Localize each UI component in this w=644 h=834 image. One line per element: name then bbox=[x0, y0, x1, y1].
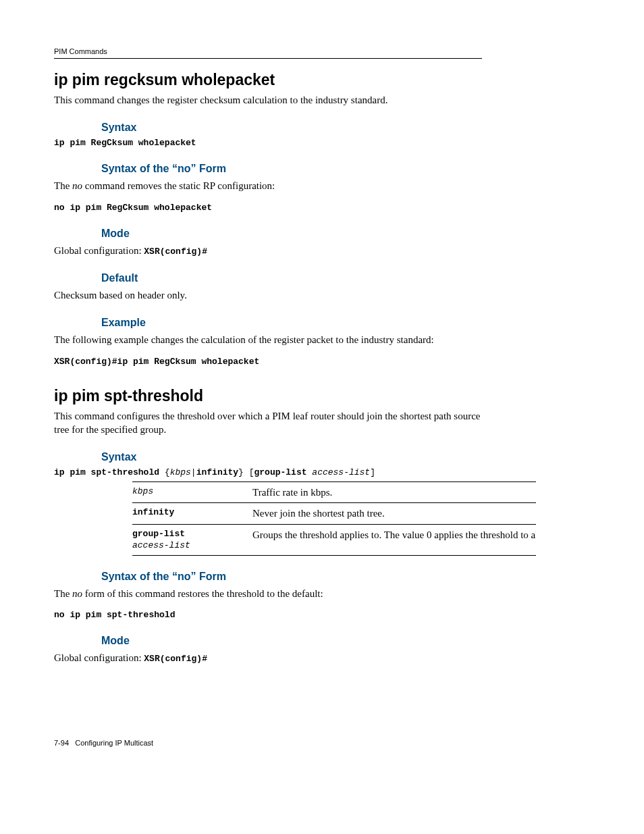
command-intro: This command changes the register checks… bbox=[54, 93, 482, 107]
mode-text: Global configuration: XSR(config)# bbox=[54, 651, 482, 665]
syntax-part: group-list bbox=[254, 467, 313, 477]
table-row: group-list access-list Groups the thresh… bbox=[132, 524, 536, 555]
section-example: Example bbox=[101, 317, 482, 329]
syntax-code: ip pim RegCksum wholepacket bbox=[54, 138, 482, 148]
section-default: Default bbox=[101, 272, 482, 284]
syntax-arg: access-list bbox=[312, 467, 370, 477]
param-key: access-list bbox=[132, 540, 190, 550]
pipe: | bbox=[191, 467, 196, 477]
example-code: XSR(config)#ip pim RegCksum wholepacket bbox=[54, 357, 482, 367]
command-title-spt: ip pim spt-threshold bbox=[54, 387, 482, 405]
syntax-part: infinity bbox=[196, 467, 238, 477]
param-desc: Never join the shortest path tree. bbox=[252, 503, 536, 524]
mode-text: Global configuration: XSR(config)# bbox=[54, 244, 482, 258]
param-desc: Groups the threshold applies to. The val… bbox=[252, 524, 536, 555]
text: Global configuration: bbox=[54, 245, 144, 256]
no-keyword: no bbox=[72, 180, 82, 191]
no-form-text: The no command removes the static RP con… bbox=[54, 179, 482, 192]
mode-prompt: XSR(config)# bbox=[144, 654, 207, 664]
command-title-regcksum: ip pim regcksum wholepacket bbox=[54, 71, 482, 89]
syntax-part: ip pim spt-threshold bbox=[54, 467, 165, 477]
running-header: PIM Commands bbox=[54, 47, 482, 59]
default-text: Checksum based on header only. bbox=[54, 288, 482, 302]
no-form-code: no ip pim spt-threshold bbox=[54, 610, 482, 620]
text: The bbox=[54, 180, 72, 191]
section-mode: Mode bbox=[101, 228, 482, 240]
text: The bbox=[54, 588, 72, 599]
example-text: The following example changes the calcul… bbox=[54, 333, 482, 346]
page-number: 7-94 bbox=[54, 739, 69, 747]
param-table: kbps Traffic rate in kbps. infinity Neve… bbox=[132, 481, 536, 556]
table-row: infinity Never join the shortest path tr… bbox=[132, 503, 536, 524]
table-row: kbps Traffic rate in kbps. bbox=[132, 482, 536, 503]
brace: { bbox=[165, 467, 170, 477]
chapter-name: Configuring IP Multicast bbox=[75, 739, 153, 747]
mode-prompt: XSR(config)# bbox=[144, 246, 207, 257]
section-syntax: Syntax bbox=[101, 451, 482, 463]
bracket: ] bbox=[370, 467, 375, 477]
section-no-form: Syntax of the “no” Form bbox=[101, 571, 482, 583]
section-no-form: Syntax of the “no” Form bbox=[101, 163, 482, 175]
text: Global configuration: bbox=[54, 652, 144, 663]
param-key: kbps bbox=[132, 486, 153, 496]
text: command removes the static RP configurat… bbox=[82, 180, 275, 191]
page-footer: 7-94 Configuring IP Multicast bbox=[54, 739, 482, 747]
no-form-text: The no form of this command restores the… bbox=[54, 587, 482, 600]
param-key: group-list bbox=[132, 529, 185, 539]
section-mode: Mode bbox=[101, 635, 482, 647]
param-desc: Traffic rate in kbps. bbox=[252, 482, 536, 503]
no-form-code: no ip pim RegCksum wholepacket bbox=[54, 203, 482, 213]
no-keyword: no bbox=[72, 588, 82, 599]
command-intro: This command configures the threshold ov… bbox=[54, 409, 482, 437]
param-key: infinity bbox=[132, 507, 174, 517]
syntax-arg: kbps bbox=[170, 467, 191, 477]
text: form of this command restores the thresh… bbox=[82, 588, 323, 599]
param-table-wrap: kbps Traffic rate in kbps. infinity Neve… bbox=[132, 481, 482, 556]
section-syntax: Syntax bbox=[101, 122, 482, 134]
brace: } [ bbox=[238, 467, 254, 477]
syntax-code: ip pim spt-threshold {kbps|infinity} [gr… bbox=[54, 467, 482, 477]
